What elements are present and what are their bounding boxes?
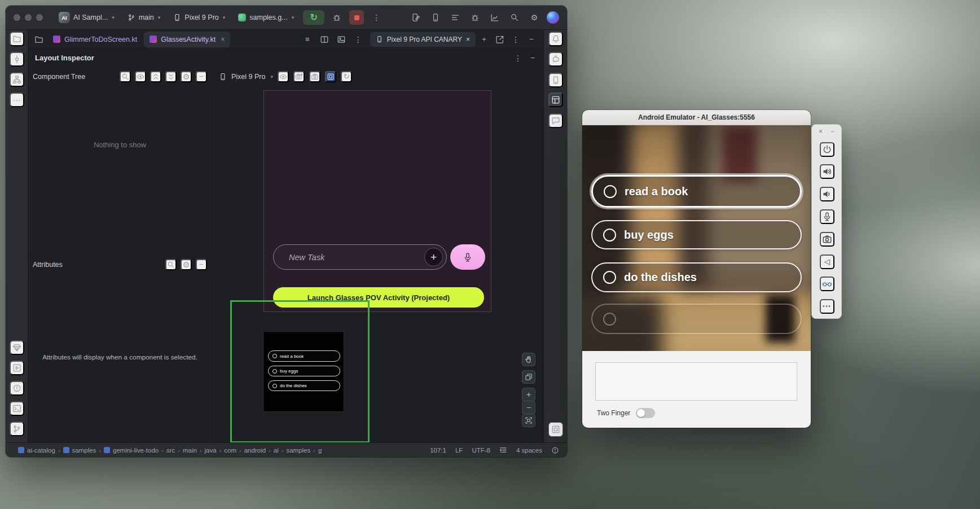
project-selector[interactable]: AI AI Sampl... ▾ bbox=[55, 10, 118, 25]
todo-item-pill[interactable]: do the dishes bbox=[268, 380, 340, 391]
services-tool-button[interactable] bbox=[10, 361, 24, 375]
todo-item-pill[interactable]: buy eggs bbox=[591, 220, 802, 249]
encoding-widget[interactable]: UTF-8 bbox=[472, 447, 490, 454]
emulator-power-button[interactable] bbox=[820, 142, 834, 157]
launch-glasses-button[interactable]: Launch Glasses POV Activity (Projected) bbox=[273, 287, 484, 308]
zoom-out-button[interactable]: − bbox=[522, 401, 535, 414]
breadcrumb-item[interactable]: ai-catalog bbox=[18, 447, 55, 454]
emulator-back-button[interactable]: ◁ bbox=[820, 254, 834, 269]
hide-layout-inspector-button[interactable]: − bbox=[525, 51, 540, 65]
breadcrumb-item[interactable]: src bbox=[166, 447, 175, 454]
attributes-search-button[interactable] bbox=[165, 259, 177, 270]
toggle-layout-inspection-button[interactable] bbox=[325, 71, 336, 82]
emulator-volume-up-button[interactable] bbox=[820, 164, 834, 179]
todo-item-pill[interactable]: do the dishes bbox=[591, 262, 802, 292]
breadcrumb-item[interactable]: gemini-live-todo bbox=[104, 447, 159, 454]
checkbox-circle-icon[interactable] bbox=[603, 229, 616, 242]
commit-tool-button[interactable] bbox=[10, 52, 24, 67]
profiler-button[interactable] bbox=[487, 10, 502, 25]
layout-inspector-options-button[interactable]: ⋮ bbox=[511, 51, 525, 65]
new-task-field[interactable]: New Task + bbox=[273, 244, 447, 270]
more-tool-windows-button[interactable]: ⋯ bbox=[10, 93, 24, 107]
indent-widget[interactable]: 4 spaces bbox=[516, 447, 542, 454]
add-task-button[interactable]: + bbox=[424, 248, 443, 266]
screenshot-button[interactable] bbox=[293, 71, 305, 82]
settings-button[interactable]: ⚙ bbox=[527, 10, 542, 25]
structure-tool-button[interactable] bbox=[10, 72, 24, 87]
design-view-button[interactable] bbox=[334, 32, 349, 47]
breadcrumb-item[interactable]: ai bbox=[274, 447, 279, 454]
branch-selector[interactable]: main ▾ bbox=[124, 12, 165, 23]
close-icon[interactable]: × bbox=[819, 128, 823, 135]
caret-position-widget[interactable]: 107:1 bbox=[430, 447, 446, 454]
profile-avatar[interactable] bbox=[547, 11, 559, 24]
two-finger-toggle[interactable] bbox=[636, 408, 655, 418]
emulator-more-button[interactable]: ••• bbox=[820, 299, 834, 314]
todo-item-pill[interactable]: buy eggs bbox=[268, 366, 340, 376]
search-everywhere-button[interactable] bbox=[507, 10, 522, 25]
zoom-in-button[interactable]: + bbox=[522, 388, 535, 401]
emulator-camera-button[interactable] bbox=[820, 232, 834, 247]
voice-input-button[interactable] bbox=[450, 244, 485, 270]
mirror-device-name[interactable]: Pixel 9 Pro bbox=[231, 73, 265, 81]
checkbox-circle-icon[interactable] bbox=[603, 271, 616, 284]
gradle-tool-button[interactable] bbox=[548, 52, 563, 67]
tree-search-button[interactable] bbox=[120, 71, 131, 82]
running-device-tab[interactable]: Pixel 9 Pro API CANARY × bbox=[370, 32, 476, 47]
todo-item-pill[interactable]: read a book bbox=[268, 350, 340, 362]
more-run-actions-button[interactable]: ⋮ bbox=[369, 10, 384, 25]
device-tab-options-button[interactable]: ⋮ bbox=[508, 32, 523, 47]
breadcrumb-item[interactable]: com bbox=[224, 447, 236, 454]
hide-attributes-button[interactable]: − bbox=[196, 259, 207, 270]
gemini-tool-button[interactable] bbox=[10, 340, 24, 355]
close-device-tab-icon[interactable]: × bbox=[466, 36, 470, 43]
tab-glassesactivity[interactable]: GlassesActivity.kt × bbox=[144, 32, 230, 47]
logcat-button[interactable] bbox=[448, 10, 463, 25]
split-view-button[interactable] bbox=[317, 32, 332, 47]
project-tool-button[interactable] bbox=[10, 32, 24, 46]
layout-inspector-tool-button[interactable] bbox=[548, 93, 563, 107]
breadcrumb-item[interactable]: g bbox=[318, 447, 322, 454]
breadcrumb-item[interactable]: android bbox=[244, 447, 266, 454]
terminal-tool-button[interactable] bbox=[10, 401, 24, 416]
editor-options-button[interactable]: ⋮ bbox=[351, 32, 366, 47]
close-tab-icon[interactable]: × bbox=[221, 36, 225, 43]
tree-visibility-button[interactable] bbox=[135, 71, 146, 82]
layers-tool-button[interactable] bbox=[522, 370, 535, 384]
notifications-button[interactable] bbox=[548, 32, 563, 46]
hide-tree-button[interactable]: − bbox=[196, 71, 207, 82]
select-opened-file-button[interactable] bbox=[32, 32, 46, 47]
device-manager-button[interactable] bbox=[408, 10, 423, 25]
open-in-window-button[interactable] bbox=[493, 32, 507, 47]
zoom-to-fit-button[interactable] bbox=[522, 414, 535, 427]
minimize-window-button[interactable] bbox=[25, 14, 32, 21]
line-separator-widget[interactable]: LF bbox=[455, 447, 463, 454]
device-selector[interactable]: Pixel 9 Pro ▾ bbox=[169, 12, 229, 23]
run-configuration-selector[interactable]: samples.g... ▾ bbox=[234, 12, 298, 23]
add-device-tab-button[interactable]: + bbox=[477, 32, 491, 47]
breadcrumb-item[interactable]: main bbox=[183, 447, 197, 454]
minimize-icon[interactable]: − bbox=[830, 128, 834, 135]
running-devices-button[interactable] bbox=[428, 10, 443, 25]
stop-button[interactable] bbox=[349, 10, 364, 25]
pan-tool-button[interactable] bbox=[522, 353, 535, 366]
zoom-window-button[interactable] bbox=[36, 14, 43, 21]
notifications-status-icon[interactable] bbox=[551, 446, 559, 454]
emulator-glasses-button[interactable] bbox=[820, 277, 834, 291]
hide-device-panel-button[interactable]: − bbox=[524, 32, 539, 47]
running-devices-tool-button[interactable] bbox=[548, 422, 563, 437]
emulator-title-bar[interactable]: Android Emulator - AI_Glasses:5556 bbox=[582, 110, 811, 125]
checkbox-circle-icon[interactable] bbox=[604, 185, 617, 198]
device-manager-tool-button[interactable] bbox=[548, 73, 563, 87]
emulator-volume-down-button[interactable] bbox=[820, 187, 834, 201]
indent-icon[interactable] bbox=[499, 446, 507, 454]
debug-button[interactable] bbox=[329, 10, 344, 25]
screen-record-button[interactable] bbox=[309, 71, 320, 82]
breadcrumb-item[interactable]: samples bbox=[63, 447, 96, 454]
expand-all-button[interactable] bbox=[150, 71, 161, 82]
code-view-button[interactable]: ≡ bbox=[300, 32, 315, 47]
tree-settings-button[interactable]: ⚙ bbox=[181, 71, 192, 82]
refresh-mirror-button[interactable]: ↻ bbox=[341, 71, 352, 82]
attributes-settings-button[interactable]: ⚙ bbox=[181, 259, 192, 270]
emulator-microphone-button[interactable] bbox=[820, 209, 834, 224]
